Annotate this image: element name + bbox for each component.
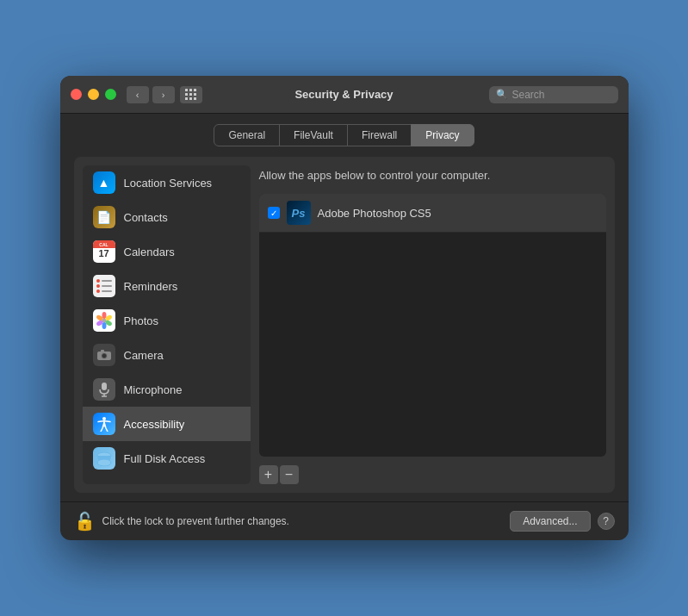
sidebar-item-reminders[interactable]: Reminders bbox=[83, 269, 251, 303]
tab-filevault[interactable]: FileVault bbox=[279, 124, 348, 146]
maximize-button[interactable] bbox=[105, 89, 116, 100]
minimize-button[interactable] bbox=[88, 89, 99, 100]
system-preferences-window: ‹ › Security & Privacy 🔍 General FileVau… bbox=[60, 76, 629, 540]
svg-rect-11 bbox=[102, 383, 107, 390]
panel-description: Allow the apps below to control your com… bbox=[259, 165, 606, 185]
svg-point-14 bbox=[102, 417, 106, 420]
sidebar-item-label: Calendars bbox=[124, 246, 175, 258]
search-box[interactable]: 🔍 bbox=[489, 86, 618, 103]
footer-text: Click the lock to prevent further change… bbox=[102, 515, 511, 527]
list-buttons: + − bbox=[259, 465, 606, 484]
grid-button[interactable] bbox=[180, 86, 202, 103]
sidebar-item-label: Reminders bbox=[124, 280, 178, 293]
titlebar: ‹ › Security & Privacy 🔍 bbox=[60, 76, 629, 114]
sidebar-item-label: Microphone bbox=[124, 383, 183, 396]
main-panel: ▲ Location Services 📄 Contacts CAL 17 Ca… bbox=[74, 157, 615, 493]
sidebar-item-camera[interactable]: Camera bbox=[83, 338, 251, 372]
calendars-icon: CAL 17 bbox=[93, 240, 115, 263]
search-icon: 🔍 bbox=[496, 89, 508, 100]
right-panel: Allow the apps below to control your com… bbox=[259, 165, 606, 484]
lock-icon[interactable]: 🔓 bbox=[74, 511, 96, 532]
app-name: Adobe Photoshop CS5 bbox=[318, 207, 431, 220]
sidebar-item-microphone[interactable]: Microphone bbox=[83, 372, 251, 407]
sidebar-item-label: Contacts bbox=[124, 211, 168, 224]
tab-privacy[interactable]: Privacy bbox=[411, 124, 474, 146]
svg-rect-10 bbox=[101, 350, 104, 352]
reminders-icon bbox=[93, 275, 115, 297]
add-app-button[interactable]: + bbox=[259, 465, 278, 484]
svg-point-16 bbox=[97, 459, 111, 466]
tab-general[interactable]: General bbox=[214, 124, 280, 146]
sidebar-item-label: Camera bbox=[124, 349, 164, 362]
tab-bar: General FileVault Firewall Privacy bbox=[74, 124, 615, 146]
grid-icon bbox=[185, 89, 197, 101]
help-button[interactable]: ? bbox=[598, 513, 615, 530]
full-disk-access-icon bbox=[93, 447, 115, 470]
app-list: ✓ Ps Adobe Photoshop CS5 bbox=[259, 194, 606, 457]
sidebar-item-label: Photos bbox=[124, 314, 158, 327]
footer: 🔓 Click the lock to prevent further chan… bbox=[60, 501, 629, 540]
list-item: ✓ Ps Adobe Photoshop CS5 bbox=[259, 194, 606, 233]
content-area: General FileVault Firewall Privacy ▲ Loc… bbox=[60, 114, 629, 493]
accessibility-icon bbox=[93, 413, 115, 435]
traffic-lights bbox=[71, 89, 116, 100]
sidebar-item-full-disk-access[interactable]: Full Disk Access bbox=[83, 441, 251, 476]
sidebar-item-accessibility[interactable]: Accessibility bbox=[83, 407, 251, 441]
sidebar-item-location-services[interactable]: ▲ Location Services bbox=[83, 165, 251, 200]
sidebar-item-calendars[interactable]: CAL 17 Calendars bbox=[83, 234, 251, 269]
svg-point-1 bbox=[102, 312, 106, 319]
search-input[interactable] bbox=[512, 89, 611, 101]
photoshop-icon: Ps bbox=[287, 201, 311, 225]
svg-point-9 bbox=[102, 354, 106, 358]
nav-buttons: ‹ › bbox=[127, 86, 175, 103]
contacts-icon: 📄 bbox=[93, 206, 115, 228]
sidebar-item-label: Location Services bbox=[124, 177, 213, 190]
tab-firewall[interactable]: Firewall bbox=[347, 124, 412, 146]
advanced-button[interactable]: Advanced... bbox=[510, 511, 590, 532]
sidebar-item-contacts[interactable]: 📄 Contacts bbox=[83, 200, 251, 234]
camera-icon bbox=[93, 344, 115, 366]
microphone-icon bbox=[93, 378, 115, 401]
back-button[interactable]: ‹ bbox=[127, 86, 149, 103]
photos-icon bbox=[93, 309, 115, 332]
checkmark-icon: ✓ bbox=[270, 208, 277, 218]
forward-button[interactable]: › bbox=[152, 86, 175, 103]
sidebar: ▲ Location Services 📄 Contacts CAL 17 Ca… bbox=[83, 165, 251, 484]
app-checkbox[interactable]: ✓ bbox=[268, 207, 280, 219]
remove-app-button[interactable]: − bbox=[280, 465, 299, 484]
window-title: Security & Privacy bbox=[294, 88, 393, 101]
sidebar-item-label: Full Disk Access bbox=[124, 452, 206, 465]
sidebar-item-label: Accessibility bbox=[124, 418, 185, 431]
svg-point-4 bbox=[102, 322, 106, 329]
location-services-icon: ▲ bbox=[93, 171, 115, 194]
close-button[interactable] bbox=[71, 89, 82, 100]
sidebar-item-photos[interactable]: Photos bbox=[83, 303, 251, 338]
